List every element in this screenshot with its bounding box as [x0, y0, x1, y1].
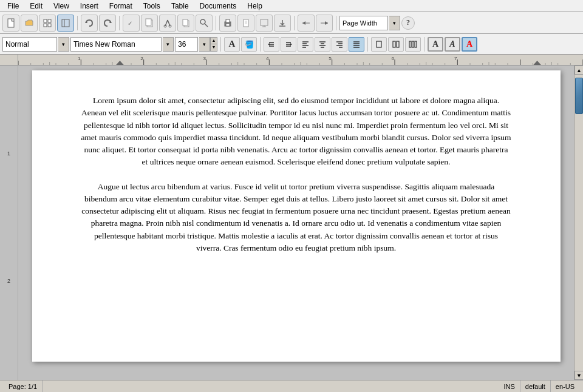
svg-text:✓: ✓ — [128, 20, 132, 27]
font-dialog-btn[interactable]: A — [224, 37, 240, 52]
font-family-select[interactable]: Times New Roman — [70, 37, 162, 52]
toolbar1: ✓ Page Width ▾ ? — [0, 12, 583, 34]
svg-rect-23 — [244, 19, 248, 27]
svg-rect-63 — [409, 41, 411, 47]
svg-rect-5 — [62, 19, 69, 27]
scroll-up-btn[interactable]: ▲ — [574, 66, 583, 75]
ruler-left-box — [0, 55, 18, 66]
svg-text:5: 5 — [329, 56, 332, 61]
cut-btn[interactable] — [159, 15, 176, 32]
svg-rect-0 — [8, 19, 14, 27]
indent-decrease-btn[interactable] — [264, 37, 279, 52]
spellcheck-btn[interactable]: ✓ — [123, 15, 140, 32]
svg-rect-1 — [44, 19, 47, 22]
main-area: 1 2 3 Lorem ipsum dolor sit amet, consec… — [0, 66, 583, 380]
locale-section: en-US — [551, 380, 579, 392]
save-to-web-btn[interactable] — [256, 15, 273, 32]
menu-bar: File Edit View Insert Format Tools Table… — [0, 0, 583, 12]
find-btn[interactable] — [196, 15, 213, 32]
svg-text:3: 3 — [203, 56, 206, 61]
scroll-down-btn[interactable]: ▼ — [574, 371, 583, 380]
svg-marker-43 — [290, 43, 292, 46]
print2-btn[interactable] — [237, 15, 254, 32]
menu-insert[interactable]: Insert — [75, 1, 103, 12]
new-document-btn[interactable] — [2, 15, 19, 32]
col3-btn[interactable] — [405, 37, 421, 52]
menu-view[interactable]: View — [49, 1, 74, 12]
svg-text:🪣: 🪣 — [245, 40, 253, 49]
scroll-track[interactable] — [574, 75, 583, 371]
paragraph-1: Lorem ipsum dolor sit amet, consectetur … — [81, 95, 512, 169]
document-content: Lorem ipsum dolor sit amet, consectetur … — [81, 95, 512, 254]
page-marker-1: 1 — [7, 150, 10, 157]
align-right-btn[interactable] — [332, 37, 347, 52]
left-margin-bar: 1 2 3 — [0, 66, 18, 380]
svg-rect-22 — [226, 24, 230, 26]
page-marker-2: 2 — [7, 278, 10, 284]
menu-file[interactable]: File — [2, 1, 24, 12]
svg-rect-2 — [48, 19, 51, 22]
font-size-stepper[interactable]: ▲ ▼ — [210, 37, 217, 52]
col1-btn[interactable] — [371, 37, 387, 52]
load-btn[interactable] — [274, 15, 291, 32]
font-family-arrow[interactable]: ▾ — [163, 37, 174, 52]
menu-edit[interactable]: Edit — [25, 1, 47, 12]
font-size-select[interactable]: 36 — [175, 37, 198, 52]
document-page[interactable]: Lorem ipsum dolor sit amet, consectetur … — [32, 70, 561, 362]
svg-rect-3 — [44, 24, 47, 27]
text-color-a2-btn[interactable]: A — [445, 37, 460, 52]
scroll-thumb[interactable] — [575, 78, 583, 114]
text-color-a-btn[interactable]: A — [428, 37, 443, 52]
zoom-pagewidth-select[interactable]: Page Width — [339, 16, 388, 30]
svg-rect-17 — [183, 19, 188, 25]
indent-increase-btn[interactable] — [281, 37, 296, 52]
insert-mode-section: INS — [499, 380, 520, 392]
col2-btn[interactable] — [388, 37, 404, 52]
svg-marker-39 — [268, 43, 270, 46]
align-left-btn[interactable] — [298, 37, 313, 52]
svg-rect-11 — [146, 19, 151, 25]
text-highlight-btn[interactable]: A — [462, 37, 477, 52]
nav-next-btn[interactable] — [316, 15, 333, 32]
page-count-section: Page: 1/1 — [4, 380, 43, 392]
svg-rect-65 — [415, 41, 417, 47]
nav-prev-btn[interactable] — [298, 15, 315, 32]
font-size-arrow[interactable]: ▾ — [199, 37, 210, 52]
print-btn[interactable] — [219, 15, 236, 32]
menu-help[interactable]: Help — [242, 1, 267, 12]
zoom-dropdown-arrow[interactable]: ▾ — [389, 16, 400, 30]
font-size-up[interactable]: ▲ — [210, 37, 217, 44]
svg-rect-61 — [393, 41, 395, 47]
font-color-btn[interactable]: 🪣 — [241, 37, 257, 52]
style-section: default — [520, 380, 551, 392]
svg-text:7: 7 — [454, 56, 457, 61]
menu-table[interactable]: Table — [166, 1, 194, 12]
ruler-container: // Generated inline ticks — [0, 55, 583, 66]
view-mode-btn[interactable] — [57, 15, 74, 32]
svg-rect-21 — [226, 19, 230, 22]
menu-format[interactable]: Format — [104, 1, 137, 12]
font-size-down[interactable]: ▼ — [210, 44, 217, 52]
svg-marker-32 — [302, 21, 305, 25]
svg-text:4: 4 — [266, 56, 269, 61]
svg-rect-60 — [377, 41, 381, 47]
open-file-btn[interactable] — [21, 15, 38, 32]
undo-btn[interactable] — [81, 15, 98, 32]
formatting-toolbar: Normal ▾ Times New Roman ▾ 36 ▾ ▲ ▼ A 🪣 — [0, 34, 583, 55]
align-center-btn[interactable] — [315, 37, 330, 52]
redo-btn[interactable] — [99, 15, 116, 32]
justify-btn[interactable] — [349, 37, 364, 52]
paragraph-2: Augue ut lectus arcu bibendum at varius.… — [81, 181, 512, 255]
menu-documents[interactable]: Documents — [195, 1, 242, 12]
svg-rect-62 — [397, 41, 399, 47]
paste-special-btn[interactable] — [141, 15, 158, 32]
copy-btn[interactable] — [177, 15, 194, 32]
menu-tools[interactable]: Tools — [138, 1, 165, 12]
paragraph-style-select[interactable]: Normal — [2, 37, 57, 52]
svg-rect-4 — [48, 24, 51, 27]
paragraph-style-arrow[interactable]: ▾ — [58, 37, 69, 52]
view-grid-btn[interactable] — [39, 15, 56, 32]
svg-line-19 — [205, 24, 208, 27]
help-btn[interactable]: ? — [401, 16, 415, 30]
vertical-scrollbar[interactable]: ▲ ▼ — [574, 66, 583, 380]
